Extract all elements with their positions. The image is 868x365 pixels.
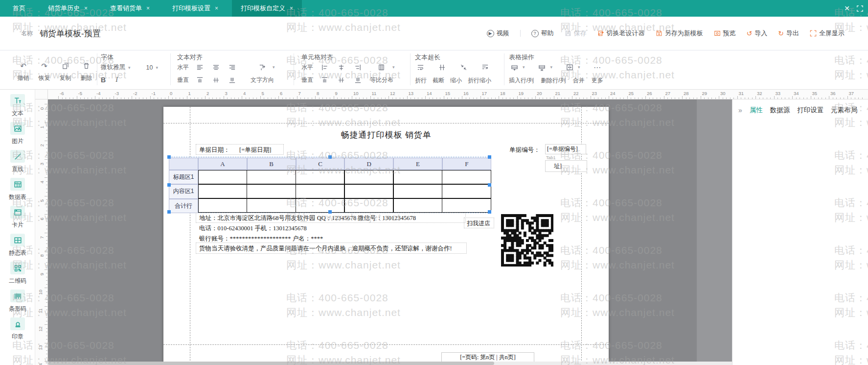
italic-button[interactable]: I bbox=[115, 76, 118, 84]
table-cell[interactable] bbox=[296, 198, 344, 213]
wrap-button[interactable] bbox=[415, 63, 426, 72]
fullscreen-button[interactable]: 全屏显示 bbox=[810, 29, 845, 38]
align-center-button[interactable] bbox=[210, 63, 221, 72]
column-header-B[interactable]: B bbox=[247, 158, 296, 170]
resize-handle[interactable] bbox=[328, 155, 332, 159]
close-all-icon[interactable]: ✕ bbox=[844, 4, 850, 12]
valign-top-button[interactable] bbox=[194, 75, 205, 84]
table-cell[interactable] bbox=[393, 184, 442, 198]
table-cell[interactable] bbox=[393, 198, 442, 213]
bank-line[interactable]: 银行账号：******************** 户名：**** bbox=[199, 235, 323, 243]
tab-首页[interactable]: 首页 bbox=[4, 0, 34, 17]
panel-tab-数据源[interactable]: 数据源 bbox=[770, 106, 790, 115]
address-line[interactable]: 地址：北京市海淀区北清路68号用友软件园 QQ：12345678 微信号：130… bbox=[199, 214, 416, 222]
tab-close-icon[interactable]: × bbox=[84, 5, 88, 12]
collapse-panel-icon[interactable]: » bbox=[738, 106, 742, 114]
insert-row-col-button[interactable] bbox=[509, 63, 520, 72]
redo-button[interactable]: ↷恢复 bbox=[34, 61, 55, 82]
export-button[interactable]: ↻导出 bbox=[778, 29, 799, 38]
cell-valign-middle-button[interactable] bbox=[336, 75, 346, 84]
date-label[interactable]: 单据日期： bbox=[199, 146, 230, 154]
table-cell[interactable] bbox=[344, 170, 393, 184]
resize-handle[interactable] bbox=[488, 155, 491, 159]
resize-handle[interactable] bbox=[328, 210, 332, 214]
shrink-button[interactable] bbox=[458, 63, 469, 72]
tab-close-icon[interactable]: × bbox=[290, 5, 293, 12]
panel-tab-属性[interactable]: 属性 bbox=[750, 106, 763, 115]
table-cell[interactable] bbox=[442, 198, 491, 213]
column-header-C[interactable]: C bbox=[296, 158, 345, 170]
sidebar-item-text[interactable]: 文本 bbox=[0, 94, 35, 118]
table-cell[interactable] bbox=[198, 198, 247, 213]
table-cell[interactable] bbox=[247, 198, 296, 213]
page-number-element[interactable]: [=页码: 第n页 | 共n页] bbox=[441, 352, 534, 362]
column-header-F[interactable]: F bbox=[442, 158, 491, 170]
resize-handle[interactable] bbox=[488, 210, 491, 214]
table-cell[interactable] bbox=[198, 184, 247, 198]
sidebar-item-line[interactable]: 直线 bbox=[0, 150, 35, 173]
cell-valign-top-button[interactable] bbox=[319, 75, 330, 84]
sidebar-item-static-table[interactable]: 静态表 bbox=[0, 234, 35, 257]
row-label-标题区1[interactable]: 标题区1 bbox=[169, 170, 198, 184]
sidebar-item-card[interactable]: 卡片 bbox=[0, 206, 35, 229]
bill-no-field[interactable]: [=单据编号] bbox=[545, 144, 586, 154]
sales-table-element[interactable]: ABCDEF 标题区1内容区1合计行 bbox=[169, 157, 491, 213]
delete-button[interactable]: 删除 bbox=[76, 61, 97, 82]
document-title[interactable]: 畅捷通打印模板 销货单 bbox=[163, 129, 609, 141]
sidebar-item-image[interactable]: 图片 bbox=[0, 122, 35, 146]
undo-button[interactable]: ↶撤销 bbox=[13, 61, 34, 82]
resize-handle[interactable] bbox=[167, 210, 171, 214]
delete-row-col-button[interactable] bbox=[537, 63, 548, 72]
preview-button[interactable]: 预览 bbox=[714, 29, 736, 38]
qr-caption[interactable]: 扫我进店 bbox=[467, 219, 490, 228]
more-button[interactable]: ⋯ bbox=[592, 63, 603, 72]
clipped-address-element[interactable]: 址] bbox=[545, 160, 587, 172]
font-family-select[interactable]: 微软雅黑▾ bbox=[101, 63, 131, 72]
tab-打印模板设置[interactable]: 打印模板设置× bbox=[163, 0, 227, 17]
video-button[interactable]: ▶视频 bbox=[487, 29, 509, 38]
date-field[interactable]: [=单据日期] bbox=[239, 146, 271, 154]
maximize-icon[interactable] bbox=[857, 5, 863, 12]
qr-code[interactable] bbox=[501, 214, 553, 267]
resize-handle[interactable] bbox=[167, 183, 171, 187]
resize-handle[interactable] bbox=[167, 155, 171, 159]
column-header-E[interactable]: E bbox=[393, 158, 442, 170]
table-cell[interactable] bbox=[344, 184, 393, 198]
merge-button[interactable] bbox=[564, 63, 575, 72]
sidebar-item-data-table[interactable]: 数据表 bbox=[0, 178, 35, 201]
switch-old-designer-button[interactable]: 切换老设计器 bbox=[597, 29, 645, 38]
cell-align-center-button[interactable] bbox=[336, 63, 346, 72]
save-as-new-button[interactable]: 另存为新模板 bbox=[656, 29, 703, 38]
text-direction-button[interactable] bbox=[256, 63, 267, 72]
tab-close-icon[interactable]: × bbox=[215, 5, 218, 12]
scrollbar-thumb[interactable] bbox=[48, 362, 494, 365]
sidebar-item-qrcode[interactable]: 二维码 bbox=[0, 262, 35, 285]
tab-打印模板自定义[interactable]: 打印模板自定义× bbox=[232, 0, 302, 17]
row-label-内容区1[interactable]: 内容区1 bbox=[169, 184, 198, 198]
table-cell[interactable] bbox=[247, 184, 296, 198]
align-right-button[interactable] bbox=[227, 63, 237, 72]
sidebar-item-barcode[interactable]: 条形码 bbox=[0, 290, 35, 313]
column-header-A[interactable]: A bbox=[198, 158, 247, 170]
table-cell[interactable] bbox=[198, 170, 247, 184]
row-label-合计行[interactable]: 合计行 bbox=[169, 199, 198, 213]
truncate-button[interactable] bbox=[436, 63, 447, 72]
table-cell[interactable] bbox=[344, 198, 393, 213]
bill-no-label[interactable]: 单据编号： bbox=[509, 146, 540, 154]
notice-line[interactable]: 货物当天请验收清楚，产品质量问题请在一个月内退换，逾期概不负责，还望谅解，谢谢合… bbox=[199, 244, 452, 253]
sidebar-item-stamp[interactable]: 印章 bbox=[0, 317, 35, 341]
panel-tab-元素布局[interactable]: 元素布局 bbox=[831, 106, 857, 115]
bold-button[interactable]: B bbox=[101, 76, 106, 84]
phone-line[interactable]: 电话：010-62430001 手机：13012345678 bbox=[199, 224, 307, 233]
cell-align-left-button[interactable] bbox=[319, 63, 330, 72]
valign-middle-button[interactable] bbox=[210, 75, 221, 84]
tab-销货单历史[interactable]: 销货单历史× bbox=[39, 0, 96, 17]
align-left-button[interactable] bbox=[194, 63, 205, 72]
copy-button[interactable]: 复制 bbox=[55, 61, 76, 82]
column-header-D[interactable]: D bbox=[344, 158, 393, 170]
panel-tab-打印设置[interactable]: 打印设置 bbox=[797, 106, 823, 115]
cell-valign-bottom-button[interactable] bbox=[352, 75, 363, 84]
table-cell[interactable] bbox=[442, 184, 491, 198]
cell-align-right-button[interactable] bbox=[352, 63, 363, 72]
tab-close-icon[interactable]: × bbox=[146, 5, 150, 12]
